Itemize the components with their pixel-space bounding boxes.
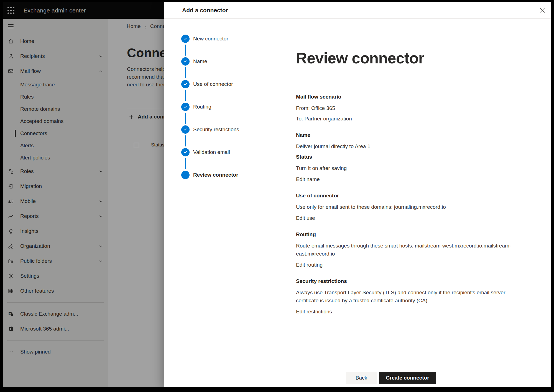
step-check-icon: [181, 35, 190, 43]
review-section-mail-flow-scenario: Mail flow scenario From: Office 365 To: …: [296, 93, 529, 123]
section-line: Route email messages through these smart…: [296, 242, 520, 258]
section-title: Mail flow scenario: [296, 93, 529, 101]
create-connector-button[interactable]: Create connector: [379, 372, 436, 384]
step-review-connector[interactable]: Review connector: [181, 171, 279, 194]
section-title: Use of connector: [296, 192, 529, 200]
edit-use-link[interactable]: Edit use: [296, 214, 315, 222]
edit-restrictions-link[interactable]: Edit restrictions: [296, 308, 332, 316]
step-check-icon: [181, 103, 190, 111]
review-section-routing: Routing Route email messages through the…: [296, 230, 529, 269]
step-current-dot: [181, 171, 190, 179]
add-connector-dialog: Add a connector New connector Name: [164, 2, 551, 387]
step-security-restrictions[interactable]: Security restrictions: [181, 125, 279, 148]
step-check-icon: [181, 148, 190, 156]
dialog-title: Add a connector: [182, 2, 228, 18]
step-label: Validation email: [193, 148, 230, 156]
review-section-status: Status Turn it on after saving Edit name: [296, 153, 529, 183]
edit-name-link[interactable]: Edit name: [296, 175, 320, 183]
section-line: To: Partner organization: [296, 115, 520, 123]
step-label: Use of connector: [193, 80, 233, 88]
step-check-icon: [181, 57, 190, 66]
step-label: Security restrictions: [193, 125, 239, 134]
review-section-security-restrictions: Security restrictions Always use Transpo…: [296, 277, 529, 316]
step-label: New connector: [193, 35, 228, 43]
section-title: Security restrictions: [296, 277, 529, 285]
review-section-name: Name Deliver journal directly to Area 1: [296, 131, 529, 150]
section-line: Deliver journal directly to Area 1: [296, 142, 520, 150]
review-panel: Review connector Mail flow scenario From…: [279, 19, 551, 366]
step-new-connector[interactable]: New connector: [181, 35, 279, 57]
section-title: Routing: [296, 230, 529, 238]
section-line: Always use Transport Layer Security (TLS…: [296, 288, 520, 305]
step-name[interactable]: Name: [181, 57, 279, 80]
step-check-icon: [181, 125, 190, 134]
step-label: Routing: [193, 103, 211, 111]
section-title: Status: [296, 153, 529, 161]
section-title: Name: [296, 131, 529, 139]
review-heading: Review connector: [296, 50, 529, 67]
step-use-of-connector[interactable]: Use of connector: [181, 80, 279, 103]
dialog-header: Add a connector: [164, 2, 551, 19]
step-label: Review connector: [193, 171, 238, 179]
dialog-footer: Back Create connector: [164, 366, 551, 387]
wizard-steps-panel: New connector Name Use of connector Rout…: [164, 19, 279, 366]
step-label: Name: [193, 57, 207, 66]
step-validation-email[interactable]: Validation email: [181, 148, 279, 171]
section-line: Turn it on after saving: [296, 164, 520, 172]
step-routing[interactable]: Routing: [181, 103, 279, 125]
review-section-use-of-connector: Use of connector Use only for email sent…: [296, 192, 529, 222]
step-check-icon: [181, 80, 190, 88]
section-line: From: Office 365: [296, 104, 520, 112]
app-window: Exchange admin center Home Recipients Ma…: [3, 2, 551, 387]
dialog-body: New connector Name Use of connector Rout…: [164, 19, 551, 366]
back-button[interactable]: Back: [346, 372, 377, 384]
section-line: Use only for email sent to these domains…: [296, 203, 520, 211]
edit-routing-link[interactable]: Edit routing: [296, 261, 323, 269]
close-icon[interactable]: [538, 6, 546, 14]
